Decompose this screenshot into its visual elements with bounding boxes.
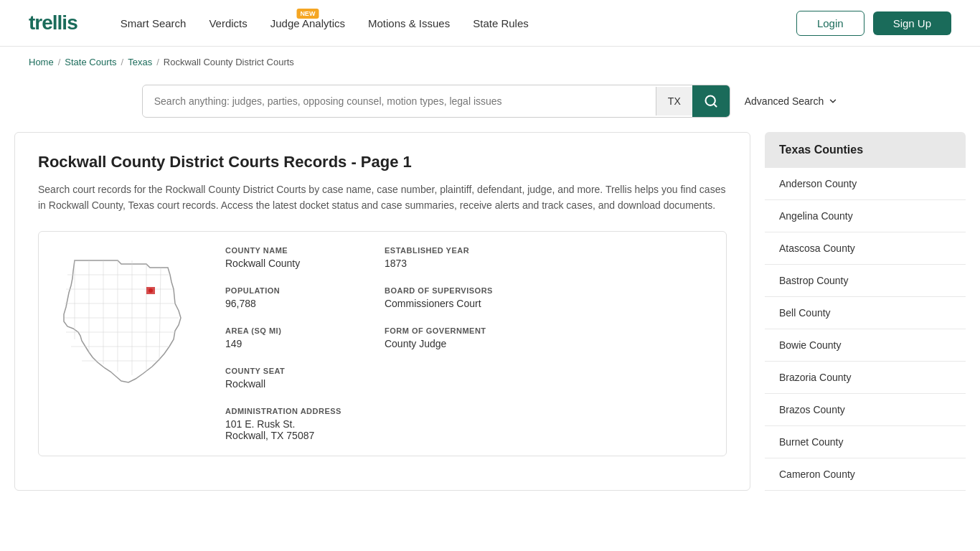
header: trellis Smart Search Verdicts NEW Judge … xyxy=(0,0,980,47)
area-value: 149 xyxy=(225,338,341,349)
nav-judge-analytics[interactable]: NEW Judge Analytics xyxy=(270,17,345,29)
logo[interactable]: trellis xyxy=(29,11,77,34)
form-gov-value: County Judge xyxy=(385,338,493,349)
search-input[interactable] xyxy=(143,87,656,116)
breadcrumb-texas[interactable]: Texas xyxy=(128,57,152,67)
form-gov-item: FORM OF GOVERNMENT County Judge xyxy=(385,326,493,349)
page-title: Rockwall County District Courts Records … xyxy=(38,153,727,171)
nav-motions-issues[interactable]: Motions & Issues xyxy=(368,17,450,29)
search-button[interactable] xyxy=(692,85,730,117)
detail-col-left: COUNTY NAME Rockwall County POPULATION 9… xyxy=(225,246,341,441)
sidebar-county-anderson[interactable]: Anderson County xyxy=(765,168,966,200)
form-gov-label: FORM OF GOVERNMENT xyxy=(385,326,493,335)
board-value: Commissioners Court xyxy=(385,298,493,309)
sidebar-county-brazoria[interactable]: Brazoria County xyxy=(765,362,966,394)
sidebar-county-atascosa[interactable]: Atascosa County xyxy=(765,232,966,265)
county-seat-label: COUNTY SEAT xyxy=(225,367,341,375)
county-seat-value: Rockwall xyxy=(225,378,341,390)
admin-address-item: ADMINISTRATION ADDRESS 101 E. Rusk St. R… xyxy=(225,407,341,441)
sidebar-county-brazos[interactable]: Brazos County xyxy=(765,394,966,426)
admin-address-line2: Rockwall, TX 75087 xyxy=(225,430,341,441)
nav-verdicts[interactable]: Verdicts xyxy=(209,17,247,29)
advanced-search-label: Advanced Search xyxy=(745,95,824,107)
population-item: POPULATION 96,788 xyxy=(225,286,341,309)
new-badge: NEW xyxy=(296,9,319,19)
breadcrumb: Home / State Courts / Texas / Rockwall C… xyxy=(0,47,980,77)
svg-point-17 xyxy=(149,288,153,293)
texas-map-svg xyxy=(53,246,197,390)
content-area: Rockwall County District Courts Records … xyxy=(14,132,750,491)
breadcrumb-sep-1: / xyxy=(58,57,61,67)
svg-line-1 xyxy=(714,104,717,107)
county-details: COUNTY NAME Rockwall County POPULATION 9… xyxy=(225,246,712,441)
county-seat-item: COUNTY SEAT Rockwall xyxy=(225,367,341,390)
breadcrumb-sep-3: / xyxy=(156,57,159,67)
county-map xyxy=(53,246,204,441)
sidebar-county-bell[interactable]: Bell County xyxy=(765,297,966,329)
admin-address-line1: 101 E. Rusk St. xyxy=(225,418,341,430)
county-name-label: COUNTY NAME xyxy=(225,246,341,255)
board-item: BOARD OF SUPERVISORS Commissioners Court xyxy=(385,286,493,309)
header-actions: Login Sign Up xyxy=(796,11,951,36)
signup-button[interactable]: Sign Up xyxy=(873,11,951,35)
advanced-search[interactable]: Advanced Search xyxy=(745,95,839,107)
sidebar-county-cameron[interactable]: Cameron County xyxy=(765,458,966,491)
established-year-value: 1873 xyxy=(385,258,493,269)
login-button[interactable]: Login xyxy=(796,11,864,36)
population-value: 96,788 xyxy=(225,298,341,309)
admin-address-label: ADMINISTRATION ADDRESS xyxy=(225,407,341,415)
breadcrumb-state-courts[interactable]: State Courts xyxy=(65,57,116,67)
detail-col-right: ESTABLISHED YEAR 1873 BOARD OF SUPERVISO… xyxy=(385,246,493,441)
main-nav: Smart Search Verdicts NEW Judge Analytic… xyxy=(121,17,529,29)
search-wrapper: TX xyxy=(142,85,730,118)
area-label: AREA (SQ MI) xyxy=(225,326,341,335)
county-name-value: Rockwall County xyxy=(225,258,341,269)
board-label: BOARD OF SUPERVISORS xyxy=(385,286,493,295)
population-label: POPULATION xyxy=(225,286,341,295)
sidebar-county-burnet[interactable]: Burnet County xyxy=(765,426,966,458)
sidebar-header: Texas Counties xyxy=(765,132,966,168)
sidebar-county-angelina[interactable]: Angelina County xyxy=(765,200,966,232)
svg-line-8 xyxy=(159,268,161,361)
breadcrumb-home[interactable]: Home xyxy=(29,57,54,67)
breadcrumb-sep-2: / xyxy=(121,57,124,67)
established-year-label: ESTABLISHED YEAR xyxy=(385,246,493,255)
sidebar-header-text: Texas Counties xyxy=(779,143,863,156)
breadcrumb-current: Rockwall County District Courts xyxy=(164,57,294,67)
area-item: AREA (SQ MI) 149 xyxy=(225,326,341,349)
established-year-item: ESTABLISHED YEAR 1873 xyxy=(385,246,493,269)
nav-state-rules[interactable]: State Rules xyxy=(473,17,529,29)
search-state: TX xyxy=(656,87,692,116)
page-description: Search court records for the Rockwall Co… xyxy=(38,182,727,214)
county-info-box: COUNTY NAME Rockwall County POPULATION 9… xyxy=(38,231,727,456)
sidebar-county-bowie[interactable]: Bowie County xyxy=(765,329,966,362)
chevron-down-icon xyxy=(828,96,838,106)
sidebar-county-bastrop[interactable]: Bastrop County xyxy=(765,265,966,297)
main-layout: Rockwall County District Courts Records … xyxy=(0,132,980,519)
search-icon xyxy=(704,94,718,108)
sidebar: Texas Counties Anderson County Angelina … xyxy=(765,132,966,491)
nav-smart-search[interactable]: Smart Search xyxy=(121,17,187,29)
county-name-item: COUNTY NAME Rockwall County xyxy=(225,246,341,269)
search-section: TX Advanced Search xyxy=(0,77,980,132)
